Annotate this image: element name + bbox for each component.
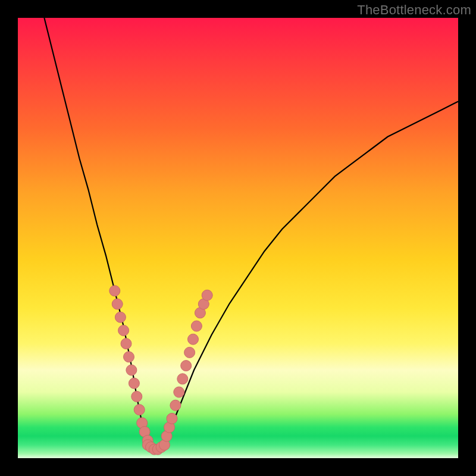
curve-marker [174,387,184,397]
curve-marker [129,378,139,389]
curve-marker [115,312,126,322]
curve-marker [170,400,181,411]
curve-marker [167,413,177,424]
curve-markers-bottom [142,440,170,455]
chart-svg [18,18,458,458]
curve-markers-left [109,286,153,446]
curve-marker [131,391,142,402]
curve-marker [188,334,199,345]
curve-marker [124,352,134,362]
bottleneck-curve [44,18,458,449]
watermark-text: TheBottleneck.com [357,2,471,18]
curve-marker [181,361,192,371]
curve-marker [112,299,123,309]
curve-marker [184,347,195,358]
curve-marker [126,365,137,375]
outer-frame: TheBottleneck.com [0,0,476,476]
curve-marker [177,374,188,384]
curve-marker [134,405,145,415]
curve-marker [202,290,212,300]
curve-markers-right [161,290,212,441]
curve-marker [109,286,120,296]
curve-marker [191,321,202,331]
curve-marker [121,339,131,349]
chart-plot-area [18,18,458,458]
curve-marker [118,325,129,336]
